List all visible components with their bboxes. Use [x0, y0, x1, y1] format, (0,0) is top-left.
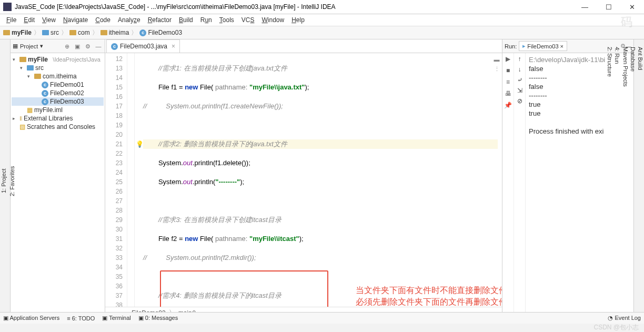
wrap-icon[interactable]: ⤶ [517, 76, 522, 84]
window-title: JavaSE_Code [E:\IdeaProjects\JavaSE_Code… [15, 3, 573, 11]
scroll-icon[interactable]: ⇲ [517, 87, 522, 94]
editor-body[interactable]: 1213141516171819202122232425262728293031… [105, 53, 502, 307]
close-icon[interactable]: × [172, 43, 175, 50]
hide-icon[interactable]: — [94, 42, 103, 51]
crumb-file[interactable]: cFileDemo03 [139, 29, 182, 36]
menu-bar: File Edit View Navigate Code Analyze Ref… [0, 14, 644, 26]
menu-tools[interactable]: Tools [216, 15, 237, 25]
run-toolbar-left: ▶ ■ ≡ 🖶 📌 [502, 53, 514, 318]
up-icon[interactable]: ↑ [518, 55, 521, 63]
nav-bar: myFile〉 src〉 com〉 itheima〉 cFileDemo03 [0, 26, 644, 39]
close-button[interactable]: ✕ [620, 0, 644, 14]
rail-run[interactable]: 4: Run [613, 44, 621, 318]
tree-file1[interactable]: cFileDemo01 [12, 81, 104, 89]
code-area[interactable]: //需求1: 在当前模块目录下创建java.txt文件 File f1 = ne… [135, 53, 502, 307]
app-icon [3, 3, 12, 11]
rail-favorites[interactable]: 2: Favorites [8, 44, 16, 318]
editor-side-toolbar: ▬ ⋮ [491, 53, 502, 73]
tree-scratches[interactable]: ▧Scratches and Consoles [12, 123, 104, 131]
down-icon[interactable]: ↓ [518, 66, 521, 73]
project-panel-title: Project [20, 43, 38, 49]
editor-tab[interactable]: cFileDemo03.java× [106, 39, 180, 53]
menu-code[interactable]: Code [92, 15, 114, 25]
rail-database[interactable]: Database [629, 44, 637, 318]
status-appservers[interactable]: ▣ Application Servers [3, 315, 59, 321]
locate-icon[interactable]: ⊕ [63, 42, 71, 51]
project-tree: ▾myFile \IdeaProjects\Java ▾src ▾com.ith… [11, 53, 105, 133]
minimize-button[interactable]: — [573, 0, 597, 14]
crumb-src[interactable]: src [42, 29, 59, 36]
tree-package[interactable]: ▾com.itheima [12, 72, 104, 81]
scroll-icon[interactable]: ⋮ [494, 66, 500, 73]
menu-view[interactable]: View [39, 15, 59, 25]
clear-icon[interactable]: ⊘ [517, 97, 522, 105]
menu-vcs[interactable]: VCS [238, 15, 258, 25]
menu-refactor[interactable]: Refactor [145, 15, 175, 25]
project-panel: ▦Project▾ ⊕ ▣ ⚙ — ▾myFile \IdeaProjects\… [11, 39, 105, 318]
rail-maven[interactable]: Maven Projects [622, 44, 629, 318]
left-tool-rail: 1: Project 2: Favorites [0, 39, 11, 318]
tree-src[interactable]: ▾src [12, 64, 104, 72]
line-gutter: 1213141516171819202122232425262728293031… [105, 53, 127, 307]
footer-watermark: CSDN @包小志 [593, 323, 639, 332]
menu-file[interactable]: File [3, 15, 19, 25]
editor-panel: cFileDemo03.java× 1213141516171819202122… [105, 39, 502, 318]
menu-help[interactable]: Help [288, 15, 308, 25]
crumb-com[interactable]: com [69, 29, 90, 36]
menu-navigate[interactable]: Navigate [60, 15, 91, 25]
editor-tabs: cFileDemo03.java× [105, 39, 502, 53]
rail-structure[interactable]: 2: Structure [606, 44, 613, 318]
stop-icon[interactable]: ■ [504, 67, 512, 75]
layout-icon[interactable]: ≡ [504, 78, 512, 87]
rail-project[interactable]: 1: Project [0, 44, 7, 318]
right-tool-rail: Ant Build Database Maven Projects 4: Run… [633, 39, 644, 318]
rerun-icon[interactable]: ▶ [504, 55, 512, 64]
title-bar: JavaSE_Code [E:\IdeaProjects\JavaSE_Code… [0, 0, 644, 14]
main-area: 1: Project 2: Favorites ▦Project▾ ⊕ ▣ ⚙ … [0, 39, 644, 318]
crumb-pkg[interactable]: itheima [100, 29, 129, 36]
tree-file2[interactable]: cFileDemo02 [12, 89, 104, 97]
status-messages[interactable]: ▣ 0: Messages [138, 315, 178, 321]
status-bar: ▣ Application Servers ≡ 6: TODO ▣ Termin… [0, 312, 644, 324]
run-tab[interactable]: ▸FileDemo03× [519, 41, 567, 51]
watermark: 码 [621, 14, 633, 30]
gear-icon[interactable]: ⚙ [84, 42, 92, 51]
maximize-button[interactable]: ☐ [597, 0, 620, 14]
fold-gutter [127, 53, 135, 307]
tree-external-libs[interactable]: ▸⫴External Libraries [12, 114, 104, 123]
rail-ant[interactable]: Ant Build [637, 44, 644, 318]
status-terminal[interactable]: ▣ Terminal [102, 315, 130, 321]
print-icon[interactable]: 🖶 [504, 90, 512, 98]
status-event-log[interactable]: ◔ Event Log [608, 315, 641, 321]
menu-run[interactable]: Run [197, 15, 215, 25]
run-toolbar-right: ↑ ↓ ⤶ ⇲ ⊘ [514, 53, 526, 318]
error-stripe: ▬ [494, 56, 500, 63]
collapse-icon[interactable]: ▣ [73, 42, 82, 51]
menu-analyze[interactable]: Analyze [115, 15, 144, 25]
menu-window[interactable]: Window [258, 15, 287, 25]
tree-iml[interactable]: ▦myFile.iml [12, 106, 104, 114]
tree-module[interactable]: ▾myFile \IdeaProjects\Java [12, 55, 104, 64]
pin-icon[interactable]: 📌 [504, 102, 512, 110]
menu-build[interactable]: Build [176, 15, 196, 25]
project-panel-header: ▦Project▾ ⊕ ▣ ⚙ — [11, 39, 105, 53]
menu-edit[interactable]: Edit [21, 15, 38, 25]
status-todo[interactable]: ≡ 6: TODO [67, 315, 95, 321]
run-label: Run: [505, 43, 517, 49]
tree-file3[interactable]: cFileDemo03 [12, 97, 104, 106]
bulb-icon[interactable]: 💡 [136, 139, 144, 149]
annotation-text: 当文件夹下面有文件时不能直接删除文件夹必须先删除文件夹下面的文件再删除文件夹 [356, 285, 502, 307]
crumb-module[interactable]: myFile [3, 29, 32, 36]
